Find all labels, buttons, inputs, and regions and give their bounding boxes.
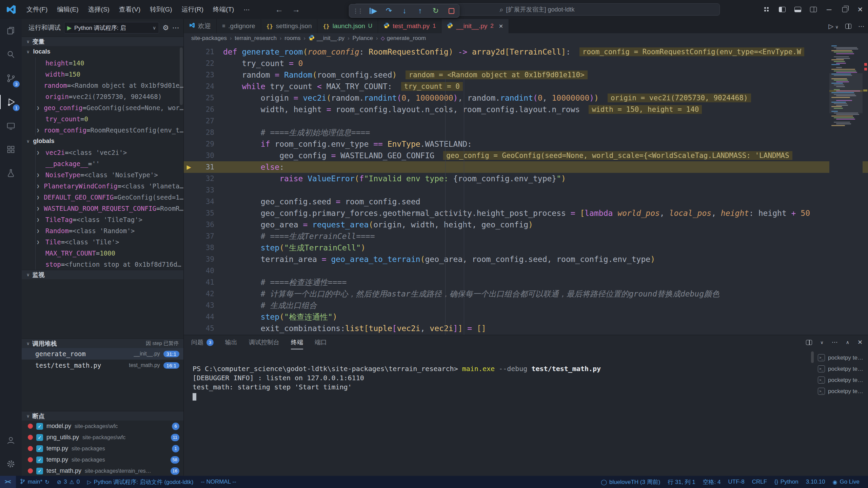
sidebar-item-testing[interactable] [0,161,22,185]
code-line[interactable]: 25 origin = vec2i(random.randint(0, 1000… [184,92,868,104]
callstack-section-header[interactable]: ∨ 调用堆栈 因 step 已暂停 [22,339,183,348]
code-line[interactable]: 44 step("检查连通性") [184,311,868,323]
code-line[interactable]: 39 terrain_area = geo_area_to_terrain(ge… [184,253,868,265]
toggle-sidebar-icon[interactable] [774,0,790,19]
terminal-instance[interactable]: >_pocketpy te… [814,386,868,397]
variable-row[interactable]: stop = <function stop at 0x1bf8d716d… [22,259,183,270]
step-into-button[interactable]: ↓ [400,7,409,15]
back-arrow-icon[interactable]: ← [275,5,283,14]
status-item-行[interactable]: 行 31, 列 1 [664,476,699,488]
tab-test_math.py[interactable]: test_math.py1 [378,19,441,33]
toggle-panel-icon[interactable] [790,0,806,19]
variable-row[interactable]: ❯vec2i = <class 'vec2i'> [22,147,183,158]
panel-tab-输出[interactable]: 输出 [225,335,237,349]
variable-row[interactable]: ❯geo_config = GeoConfig(seed=None, wor… [22,102,183,113]
breadcrumb-item[interactable]: terrain_research [235,35,277,42]
breakpoint-checkbox[interactable]: ✓ [36,445,43,452]
menu-item[interactable]: 终端(T) [208,2,239,17]
tab-.gdignore[interactable]: ≡.gdignore [217,19,261,33]
variable-row[interactable]: height = 140 [22,57,183,68]
status-item-blueloveTH[interactable]: ◯blueloveTH (3 周前) [597,476,664,488]
menu-item[interactable]: 选择(S) [83,2,114,17]
code-line[interactable]: 26 width, height = room_config.layout.n_… [184,104,868,115]
status-item-Python[interactable]: {}Python [771,476,802,488]
menu-item[interactable]: 编辑(E) [52,2,83,17]
variable-row[interactable]: ❯Random = <class 'Random'> [22,225,183,236]
code-line[interactable]: 21def generate_room(room_config: RoomReq… [184,46,868,58]
forward-arrow-icon[interactable]: → [292,5,300,14]
drag-handle-icon[interactable]: ⋮⋮ [353,7,362,15]
variable-row[interactable]: __package__ = '' [22,158,183,169]
code-line[interactable]: 36 geo_area = request_area(origin, width… [184,219,868,230]
status-item-3.10.10[interactable]: 3.10.10 [802,476,829,488]
stop-button[interactable] [447,8,456,14]
close-button[interactable]: ✕ [852,0,868,19]
debug-settings-gear-icon[interactable]: ⚙ [162,24,169,32]
variable-scope-locals[interactable]: ∨locals [22,46,183,57]
terminal-layout-icon[interactable] [806,340,812,345]
panel-tab-问题[interactable]: 问题3 [191,335,214,349]
breakpoint-checkbox[interactable]: ✓ [36,456,43,463]
menu-item[interactable]: ⋯ [239,3,255,16]
start-debug-icon[interactable]: ▶ [67,24,72,32]
code-line[interactable]: 45 exit_combinations:list[tuple[vec2i, v… [184,323,868,334]
code-line[interactable]: 34 geo_config.seed = room_config.seed [184,196,868,207]
code-line[interactable]: 28 # ====生成初始地理信息==== [184,127,868,138]
variable-row[interactable]: origin = vec2i(7205730, 9024468) [22,91,183,102]
run-python-file-button[interactable]: ▷ ∨ [829,22,839,30]
step-out-button[interactable]: ↑ [416,7,425,15]
minimize-button[interactable]: ─ [821,0,837,19]
breadcrumb-item[interactable]: rooms [284,35,300,42]
code-editor[interactable]: 2021def generate_room(room_config: RoomR… [184,43,868,335]
variable-row[interactable]: ❯WASTELAND_ROOM_REQUEST_CONFIG = RoomR… [22,203,183,214]
code-line[interactable]: 35 geo_config.primary_forces.geothermal_… [184,207,868,219]
code-line[interactable]: 37 # ====生成TerrainCell==== [184,230,868,242]
status-item---[interactable]: -- NORMAL -- [197,476,240,488]
more-actions-icon[interactable]: ⋯ [172,24,179,32]
menu-item[interactable]: 运行(R) [177,2,208,17]
code-line[interactable]: ▶31 else: [184,161,868,173]
code-line[interactable]: 41 # ====检查连通性==== [184,277,868,288]
toggle-secondary-sidebar-icon[interactable] [806,0,821,19]
restart-button[interactable]: ↻ [431,7,440,15]
breakpoint-checkbox[interactable]: ✓ [36,434,43,441]
code-line[interactable]: 29 if room_config.env_type == EnvType.WA… [184,138,868,150]
variable-row[interactable]: ❯Tile = <class 'Tile'> [22,236,183,247]
variable-scope-globals[interactable]: ∨globals [22,136,183,147]
breakpoint-checkbox[interactable]: ✓ [36,423,43,430]
code-line[interactable]: 24 while try_count < MAX_TRY_COUNT:try_c… [184,81,868,92]
breakpoint-row[interactable]: ✓model.pysite-packages\wfc6 [22,421,183,432]
breakpoint-row[interactable]: ✓test_math.pysite-packages\terrain_res…1… [22,465,183,476]
code-line[interactable]: 23 random = Random(room_config.seed)rand… [184,69,868,81]
variable-row[interactable]: ❯DEFAULT_GEO_CONFIG = GeoConfig(seed=1… [22,191,183,203]
more-actions-icon[interactable]: ⋯ [858,22,865,30]
terminal-instance[interactable]: >_pocketpy te… [814,352,868,363]
variable-row[interactable]: MAX_TRY_COUNT = 1000 [22,247,183,259]
tab-__init__.py[interactable]: __init__.py2✕ [441,19,509,33]
menu-item[interactable]: 查看(V) [114,2,145,17]
code-line[interactable]: 38 step("生成TerrainCell") [184,242,868,253]
minimap[interactable] [829,43,863,335]
stack-frame[interactable]: test/test_math.pytest_math.py16:1 [22,360,183,371]
step-over-button[interactable]: ↷ [384,7,393,15]
code-line[interactable]: 33 [184,184,868,196]
menu-item[interactable]: 文件(F) [22,2,52,17]
tab-settings.json[interactable]: {}settings.json [261,19,318,33]
code-line[interactable]: 20 [184,43,868,46]
status-item-3[interactable]: ⊘3⚠0 [53,476,84,488]
variable-row[interactable]: try_count = 0 [22,113,183,124]
menu-item[interactable]: 转到(G) [145,2,177,17]
watch-section-header[interactable]: ∨ 监视 [22,270,183,279]
tab-launch.json[interactable]: {}launch.jsonU [317,19,378,33]
customize-layout-icon[interactable] [759,0,774,19]
code-line[interactable]: 32 raise ValueError(f"Invalid env type: … [184,173,868,184]
panel-tab-调试控制台[interactable]: 调试控制台 [249,335,279,349]
close-icon[interactable]: ✕ [499,23,503,29]
code-line[interactable]: 40 [184,265,868,277]
status-item-Python[interactable]: ▷Python 调试程序: 启动文件 (godot-ldtk) [83,476,197,488]
sidebar-item-extensions[interactable] [0,138,22,161]
code-line[interactable]: 43 # 生成出口组合 [184,300,868,311]
stack-frame[interactable]: generate_room__init__.py31:1 [22,348,183,360]
breadcrumb-item[interactable]: __init__.py [309,35,344,42]
minimap-slider[interactable] [829,73,863,113]
